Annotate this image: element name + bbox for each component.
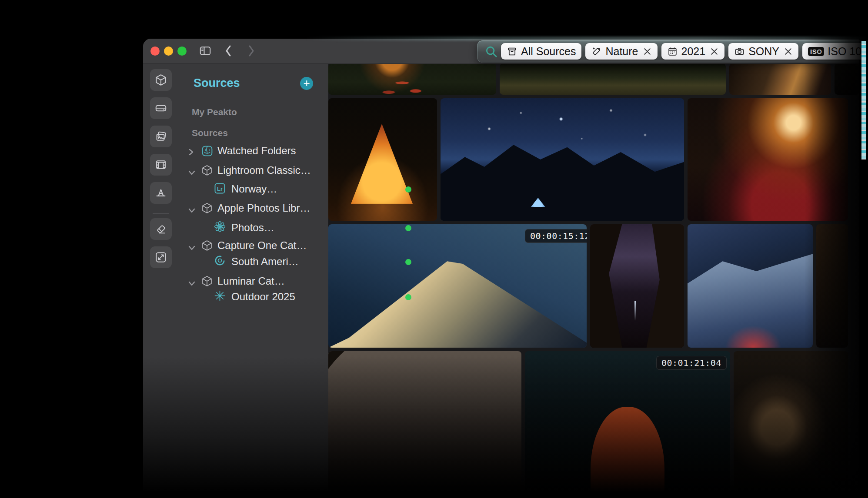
sidebar-item-label: Luminar Cat… [217, 275, 285, 287]
photo-tile-canyon-headlamp[interactable] [590, 224, 684, 348]
sidebar-item-luminar-catalog[interactable]: Luminar Cat… [180, 272, 324, 290]
back-button[interactable] [224, 44, 233, 58]
rail-item-videos[interactable] [150, 154, 172, 176]
eraser-icon [154, 222, 167, 236]
sidebar-item-label: Apple Photos Libr… [217, 202, 310, 214]
sidebar-item-capture-one-catalog[interactable]: Capture One Cat… [180, 237, 324, 254]
chip-close-icon[interactable] [710, 47, 719, 56]
app-store-icon [154, 186, 167, 199]
hard-drive-icon [154, 102, 167, 115]
rail-item-library-cube[interactable] [150, 69, 172, 91]
iso-badge-icon: ISO [808, 47, 824, 56]
forward-button[interactable] [247, 44, 256, 58]
chevron-down-icon[interactable] [188, 204, 196, 216]
palm-trunk [328, 351, 514, 498]
filter-chip-sony[interactable]: SONY [728, 43, 798, 60]
stage: 00:00:15:12 00:01:21:04 [0, 0, 868, 498]
lightroom-badge-icon: Lr [213, 182, 227, 198]
filter-chip-row: All Sources Nature [501, 43, 868, 60]
rail-item-eraser[interactable] [150, 218, 172, 240]
sidebar-item-label: Watched Folders [217, 145, 296, 157]
sidebar-item-label: Outdoor 2025 [231, 291, 295, 303]
filter-chip-iso-100[interactable]: ISO ISO 100 [802, 43, 868, 60]
photo-tile-tipi-tent[interactable] [328, 98, 437, 221]
transfer-arrows-icon [154, 251, 167, 264]
red-light-glow [725, 325, 781, 348]
luminar-star-icon [213, 289, 227, 305]
rail-item-transfer[interactable] [150, 246, 172, 268]
photo-tile-sunset-road[interactable] [729, 63, 831, 95]
close-button[interactable] [150, 46, 160, 56]
chip-label: All Sources [521, 45, 576, 58]
video-tile-snow-volcano[interactable]: 00:00:15:12 [328, 224, 587, 348]
sidebar-toggle-button[interactable] [198, 44, 212, 57]
sidebar-item-photos-library[interactable]: Photos… [180, 219, 324, 236]
chip-label: Nature [605, 45, 638, 58]
sidebar-item-apple-photos-library[interactable]: Apple Photos Libr… [180, 199, 324, 217]
photo-tile-starry-camp[interactable] [441, 98, 684, 221]
calendar-icon [667, 46, 678, 57]
photo-tile-sliver-top[interactable] [835, 63, 859, 95]
cube-icon [154, 73, 167, 86]
group-label-my-peakto: My Peakto [192, 107, 237, 117]
photo-tile-aerial-red-roofs[interactable] [328, 63, 496, 95]
group-label-sources: Sources [192, 128, 228, 138]
svg-text:Lr: Lr [217, 186, 223, 192]
minimize-button[interactable] [164, 46, 173, 56]
add-source-button[interactable]: + [300, 77, 313, 90]
photos-stack-icon [154, 130, 167, 143]
chevron-right-icon[interactable] [188, 146, 194, 159]
status-online-dot [405, 186, 411, 193]
cube-icon [201, 275, 213, 290]
status-online-dot [405, 294, 411, 300]
photo-tile-person-torch[interactable] [688, 98, 848, 221]
chevron-left-icon [224, 44, 233, 58]
filter-chip-2021[interactable]: 2021 [661, 43, 725, 60]
rail-item-apps[interactable] [150, 182, 172, 204]
photo-tile-dog[interactable] [734, 351, 848, 498]
photo-tile-palm-climber[interactable] [328, 351, 521, 498]
filter-chip-all-sources[interactable]: All Sources [501, 43, 581, 60]
finder-icon [201, 145, 214, 160]
video-badge: 00:00:15:12 [525, 228, 587, 244]
zoom-button[interactable] [177, 46, 187, 56]
chip-close-icon[interactable] [643, 47, 652, 56]
video-duration: 00:01:21:04 [656, 356, 727, 370]
status-online-dot [405, 225, 411, 231]
chevron-right-icon [247, 44, 256, 58]
capture-one-icon [213, 254, 227, 270]
cube-icon [201, 202, 213, 217]
chevron-down-icon[interactable] [188, 277, 196, 289]
cube-icon [201, 239, 213, 254]
photo-tile-grass-field[interactable] [500, 63, 726, 95]
rail-item-photos[interactable] [150, 126, 172, 147]
chevron-down-icon[interactable] [188, 241, 196, 253]
chip-close-icon[interactable] [784, 47, 793, 56]
mountain-silhouette [441, 98, 684, 221]
sidebar-item-label: Norway… [231, 183, 277, 195]
photo-tile-snow-ridge-climber[interactable] [688, 224, 813, 348]
sidebar-item-label: South Ameri… [231, 256, 299, 268]
chevron-down-icon[interactable] [188, 166, 196, 178]
sidebar-item-label: Lightroom Classic… [217, 164, 311, 176]
kayak-bow [591, 407, 664, 498]
camera-icon [734, 46, 745, 57]
sidebar-item-watched-folders[interactable]: Watched Folders [180, 142, 324, 159]
search-button[interactable] [484, 45, 498, 60]
magnifier-icon [484, 45, 498, 59]
rail-item-drives[interactable] [150, 97, 172, 119]
sidebar-item-label: Photos… [231, 222, 274, 234]
sidebar-toggle-icon [198, 44, 212, 57]
sidebar-item-label: Capture One Cat… [217, 239, 307, 252]
sidebar-item-outdoor-2025[interactable]: Outdoor 2025 [180, 288, 324, 305]
video-duration: 00:00:15:12 [525, 229, 587, 243]
cube-icon [201, 164, 213, 179]
sidebar-item-norway[interactable]: Lr Norway… [180, 180, 324, 198]
video-tile-kayak-fjord[interactable]: 00:01:21:04 [525, 351, 730, 498]
sidebar-item-lightroom-classic[interactable]: Lightroom Classic… [180, 162, 324, 179]
video-badge: 00:01:21:04 [656, 355, 730, 371]
sidebar-item-south-america[interactable]: South Ameri… [180, 253, 324, 270]
photo-tile-sliver-right[interactable] [816, 224, 848, 348]
edge-glitch-artifact [861, 41, 866, 159]
filter-chip-nature[interactable]: Nature [585, 43, 657, 60]
